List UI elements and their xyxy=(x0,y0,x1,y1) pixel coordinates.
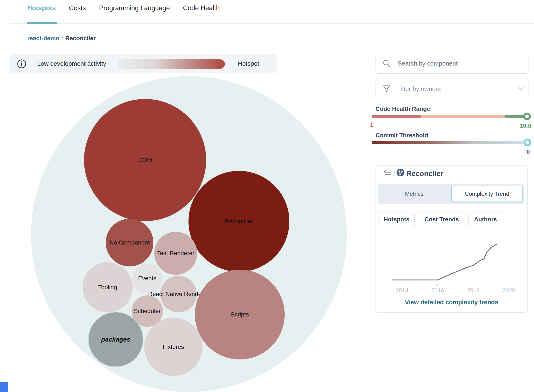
code-health-slider-track[interactable] xyxy=(372,115,531,118)
card-tab-complexity-trend[interactable]: Complexity Trend xyxy=(451,186,523,202)
code-health-range-label: Code Health Range xyxy=(376,106,430,112)
x-axis-tick-label: 2016 xyxy=(431,287,444,294)
commit-threshold-slider-track[interactable] xyxy=(372,141,531,144)
code-health-min-value: 1 xyxy=(370,122,373,128)
activity-gradient-bar xyxy=(118,59,225,69)
code-health-max-value: 10.0 xyxy=(513,123,531,129)
cost-trends-button[interactable]: Cost Trends xyxy=(419,211,464,227)
complexity-trend-chart: 2014201620182020 xyxy=(383,234,517,294)
commit-threshold-value: 0 xyxy=(515,148,530,155)
commit-threshold-slider-handle[interactable] xyxy=(524,139,531,146)
component-git-icon xyxy=(397,169,404,176)
breadcrumb-separator: / xyxy=(59,35,65,42)
card-tab-switch: MetricsComplexity Trend xyxy=(378,184,524,204)
bubble-label[interactable]: Fixtures xyxy=(163,344,184,350)
complexity-trend-line xyxy=(392,244,497,280)
breadcrumb-project-link[interactable]: react-demo xyxy=(27,35,59,42)
breadcrumb-current: Reconciler xyxy=(65,35,96,42)
bubble-label[interactable]: No Component xyxy=(110,239,149,246)
x-axis-tick-label: 2014 xyxy=(396,287,409,294)
top-nav: HotspotsCostsProgramming LanguageCode He… xyxy=(27,4,220,12)
info-icon[interactable] xyxy=(17,59,26,69)
bubble-label[interactable]: DOM xyxy=(138,157,152,163)
back-icon[interactable] xyxy=(382,170,392,177)
bubble-label[interactable]: Scripts xyxy=(231,311,249,318)
bubble-label[interactable]: Test Renderer xyxy=(157,250,195,257)
code-health-slider-handle[interactable] xyxy=(523,112,531,120)
nav-tab-hotspots[interactable]: Hotspots xyxy=(27,4,56,12)
owners-filter-dropdown[interactable]: Filter by owners xyxy=(376,79,529,99)
card-breadcrumb-separator: / xyxy=(393,170,395,177)
bubble-label[interactable]: packages xyxy=(101,336,130,343)
card-title: Reconciler xyxy=(406,169,443,178)
x-axis-tick-label: 2018 xyxy=(467,287,479,294)
owners-filter-label: Filter by owners xyxy=(397,86,441,93)
card-tab-metrics[interactable]: Metrics xyxy=(379,186,449,202)
hotspots-button[interactable]: Hotspots xyxy=(378,211,415,227)
breadcrumb: react-demo/Reconciler xyxy=(27,35,96,42)
legend-high-label: Hotspot xyxy=(238,60,259,67)
commit-threshold-label: Commit Threshold xyxy=(376,132,428,139)
search-input[interactable] xyxy=(397,56,521,71)
bubble-label[interactable]: Reconciler xyxy=(225,218,253,225)
nav-divider xyxy=(9,23,534,24)
search-icon xyxy=(383,60,391,68)
authors-button[interactable]: Authors xyxy=(469,211,502,227)
corner-artifact xyxy=(0,382,8,392)
legend-low-label: Low development activity xyxy=(37,60,106,67)
hotspots-page: HotspotsCostsProgramming LanguageCode He… xyxy=(0,0,534,392)
nav-tab-code-health[interactable]: Code Health xyxy=(183,4,220,12)
x-axis-tick-label: 2020 xyxy=(502,287,515,294)
activity-legend: Low development activity Hotspot xyxy=(9,54,277,73)
component-search[interactable] xyxy=(376,54,529,74)
nav-tab-programming-language[interactable]: Programming Language xyxy=(99,4,170,12)
view-complexity-trends-link[interactable]: View detailed complexity trends xyxy=(376,299,527,306)
component-detail-card: / Reconciler MetricsComplexity Trend Hot… xyxy=(376,165,528,313)
card-action-buttons: HotspotsCost TrendsAuthors xyxy=(378,211,502,227)
bubble-label[interactable]: Scheduler xyxy=(134,308,161,315)
bubble-label[interactable]: Tooling xyxy=(98,284,117,291)
active-tab-indicator xyxy=(27,22,57,24)
bubble-label[interactable]: Events xyxy=(138,275,156,282)
chevron-down-icon xyxy=(518,87,524,91)
filter-icon xyxy=(383,85,391,93)
nav-tab-costs[interactable]: Costs xyxy=(69,4,86,12)
